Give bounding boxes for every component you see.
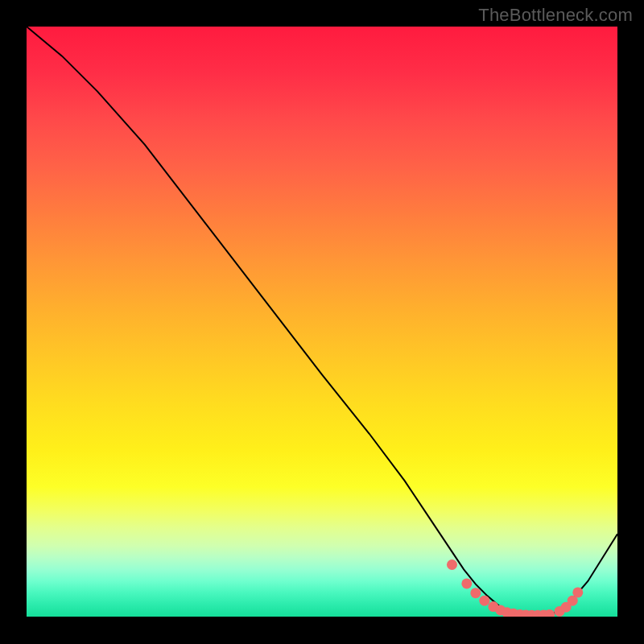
optimal-point-marker xyxy=(447,559,457,570)
marker-group xyxy=(447,559,583,617)
optimal-point-marker xyxy=(470,588,481,598)
chart-plot-area xyxy=(27,27,617,617)
optimal-point-marker xyxy=(572,587,583,597)
chart-overlay-svg xyxy=(27,27,617,617)
optimal-point-marker xyxy=(461,578,472,588)
bottleneck-curve-line xyxy=(27,27,617,616)
watermark-text: TheBottleneck.com xyxy=(478,5,633,26)
optimal-point-marker xyxy=(479,596,489,606)
